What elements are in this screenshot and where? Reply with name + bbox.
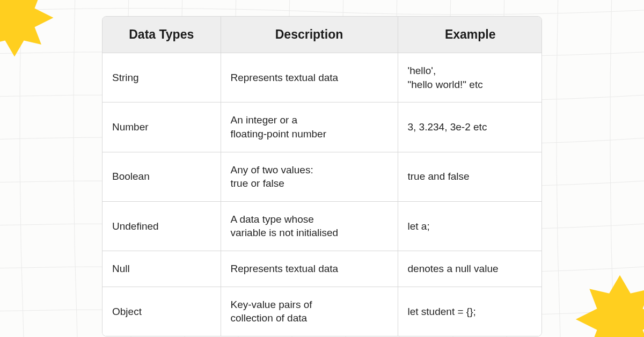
cell-desc: An integer or a floating-point number: [221, 102, 398, 152]
starburst-decoration-top-left: [0, 0, 55, 58]
svg-marker-0: [0, 0, 54, 57]
starburst-decoration-bottom-right: [574, 274, 644, 337]
cell-example: denotes a null value: [398, 251, 542, 287]
cell-type: Undefined: [103, 201, 221, 251]
cell-example: 3, 3.234, 3e-2 etc: [398, 102, 542, 152]
cell-desc: Any of two values: true or false: [221, 152, 398, 201]
table-row: Boolean Any of two values: true or false…: [103, 152, 542, 201]
cell-type: Null: [103, 251, 221, 287]
table-row: Object Key-value pairs of collection of …: [103, 287, 542, 336]
cell-example: 'hello', "hello world!" etc: [398, 53, 542, 102]
table-row: Undefined A data type whose variable is …: [103, 201, 542, 251]
cell-type: Number: [103, 102, 221, 152]
table-row: Number An integer or a floating-point nu…: [103, 102, 542, 152]
table-header-row: Data Types Description Example: [103, 17, 542, 53]
col-header-description: Description: [221, 17, 398, 53]
cell-example: let a;: [398, 201, 542, 251]
cell-example: let student = {};: [398, 287, 542, 336]
col-header-data-types: Data Types: [103, 17, 221, 53]
cell-type: Object: [103, 287, 221, 336]
table-row: String Represents textual data 'hello', …: [103, 53, 542, 102]
svg-marker-1: [576, 275, 644, 337]
cell-type: Boolean: [103, 152, 221, 201]
col-header-example: Example: [398, 17, 542, 53]
cell-type: String: [103, 53, 221, 102]
cell-desc: Represents textual data: [221, 251, 398, 287]
data-types-table: Data Types Description Example String Re…: [102, 16, 542, 336]
cell-desc: Represents textual data: [221, 53, 398, 102]
cell-desc: A data type whose variable is not initia…: [221, 201, 398, 251]
table-row: Null Represents textual data denotes a n…: [103, 251, 542, 287]
cell-example: true and false: [398, 152, 542, 201]
cell-desc: Key-value pairs of collection of data: [221, 287, 398, 336]
